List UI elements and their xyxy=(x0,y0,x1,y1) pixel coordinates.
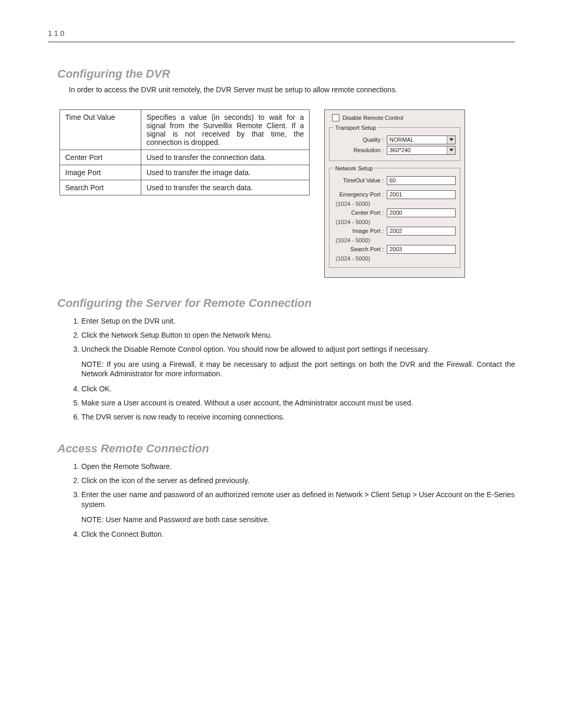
list-item: Enter Setup on the DVR unit. xyxy=(81,314,515,328)
resolution-value: 360*240 xyxy=(389,147,411,153)
search-label: Search Port : xyxy=(334,246,387,252)
chevron-down-icon xyxy=(447,136,455,144)
port-range: (1024 - 5000) xyxy=(334,255,386,262)
table-row: Center Port Used to transfer the connect… xyxy=(60,150,310,165)
resolution-select[interactable]: 360*240 xyxy=(387,146,456,155)
list-item: Click on the icon of the server as defin… xyxy=(81,474,515,488)
image-value: 2002 xyxy=(389,228,402,234)
definitions-table: Time Out Value Specifies a value (in sec… xyxy=(59,109,310,195)
list-item: Uncheck the Disable Remote Control optio… xyxy=(81,342,515,356)
port-range: (1024 - 5000) xyxy=(334,219,386,225)
transport-legend: Transport Setup xyxy=(334,125,377,131)
table-row: Image Port Used to transfer the image da… xyxy=(60,165,310,180)
image-input[interactable]: 2002 xyxy=(387,227,456,236)
resolution-label: Resolution : xyxy=(334,147,387,153)
chevron-down-icon xyxy=(447,146,455,154)
image-label: Image Port : xyxy=(334,228,387,234)
note-text: NOTE: If you are using a Firewall, it ma… xyxy=(81,360,515,379)
timeout-label: TimeOut Value : xyxy=(334,177,387,183)
quality-label: Quality : xyxy=(334,137,387,143)
emergency-label: Emergency Port : xyxy=(334,191,387,198)
network-setup-group: Network Setup TimeOut Value : 60 Emergen… xyxy=(329,165,460,268)
list-item: Open the Remote Software. xyxy=(81,460,515,474)
desc-cell: Used to transfer the image data. xyxy=(141,165,310,180)
network-setup-panel: Disable Remote Control Transport Setup Q… xyxy=(324,109,465,278)
port-range: (1024 - 5000) xyxy=(334,201,386,207)
emergency-input[interactable]: 2001 xyxy=(387,190,456,199)
quality-select[interactable]: NORMAL xyxy=(387,135,456,144)
list-item: Make sure a User account is created. Wit… xyxy=(81,396,515,410)
table-row: Time Out Value Specifies a value (in sec… xyxy=(60,109,310,150)
term-cell: Time Out Value xyxy=(60,109,141,150)
table-row: Search Port Used to transfer the search … xyxy=(60,180,310,195)
desc-cell: Used to transfer the connection data. xyxy=(141,150,310,165)
search-input[interactable]: 2003 xyxy=(387,245,456,254)
header-rule xyxy=(48,42,515,42)
disable-remote-row: Disable Remote Control xyxy=(332,114,460,121)
quality-value: NORMAL xyxy=(389,137,414,143)
timeout-value: 60 xyxy=(389,177,396,183)
center-label: Center Port : xyxy=(334,209,387,216)
list-item: Click OK. xyxy=(81,382,515,396)
transport-setup-group: Transport Setup Quality : NORMAL Resolut… xyxy=(329,125,460,161)
term-cell: Image Port xyxy=(60,165,141,180)
checkbox-icon[interactable] xyxy=(332,114,339,121)
steps-list: Click OK. Make sure a User account is cr… xyxy=(69,382,515,424)
list-item: Click the Connect Button. xyxy=(81,527,515,541)
term-cell: Center Port xyxy=(60,150,141,165)
steps-list: Click the Connect Button. xyxy=(69,527,515,541)
emergency-value: 2001 xyxy=(389,191,402,198)
heading-config-server: Configuring the Server for Remote Connec… xyxy=(57,297,515,310)
list-item: The DVR server is now ready to receive i… xyxy=(81,410,515,424)
page-number: 110 xyxy=(48,29,515,38)
heading-configuring-dvr: Configuring the DVR xyxy=(57,67,515,81)
search-value: 2003 xyxy=(389,246,402,252)
center-input[interactable]: 2000 xyxy=(387,208,456,217)
desc-cell: Used to transfer the search data. xyxy=(141,180,310,195)
steps-list: Open the Remote Software. Click on the i… xyxy=(69,460,515,512)
center-value: 2000 xyxy=(389,209,402,216)
port-range: (1024 - 5000) xyxy=(334,237,386,243)
term-cell: Search Port xyxy=(60,180,141,195)
steps-list: Enter Setup on the DVR unit. Click the N… xyxy=(69,314,515,356)
list-item: Click the Network Setup Button to open t… xyxy=(81,328,515,342)
document-page: 110 Configuring the DVR In order to acce… xyxy=(0,0,563,728)
list-item: Enter the user name and password of an a… xyxy=(81,488,515,512)
network-legend: Network Setup xyxy=(334,165,374,171)
heading-access-remote: Access Remote Connection xyxy=(57,442,515,455)
note-text: NOTE: User Name and Password are both ca… xyxy=(81,515,515,525)
disable-remote-label: Disable Remote Control xyxy=(342,115,403,121)
intro-text: In order to access the DVR unit remotely… xyxy=(69,85,515,95)
timeout-input[interactable]: 60 xyxy=(387,176,456,185)
desc-cell: Specifies a value (in seconds) to wait f… xyxy=(141,109,310,150)
